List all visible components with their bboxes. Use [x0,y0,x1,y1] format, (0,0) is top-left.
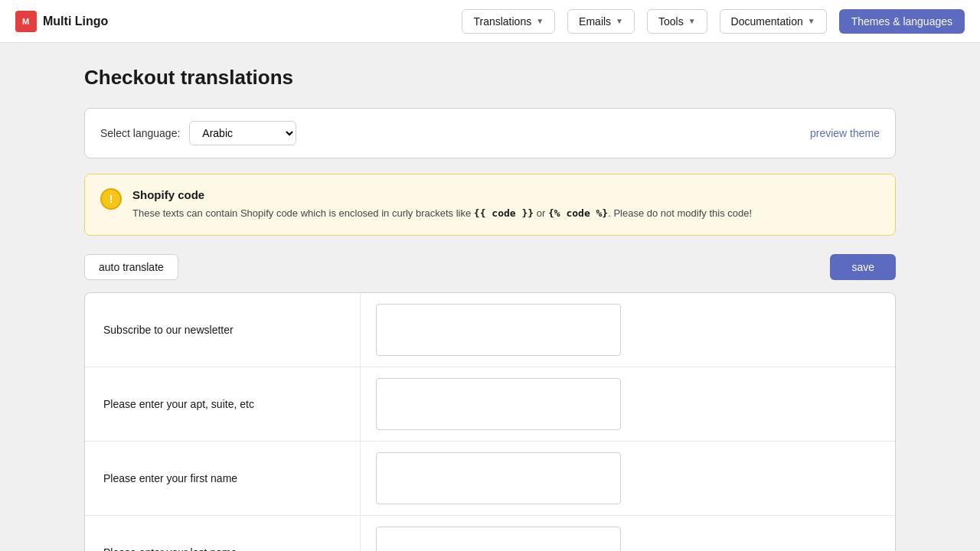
row-label: Please enter your last name [85,516,361,552]
info-description: These texts can contain Shopify code whi… [132,206,752,221]
page-title: Checkout translations [84,66,896,90]
themes-languages-button[interactable]: Themes & languages [839,9,965,34]
info-content: Shopify code These texts can contain Sho… [132,188,752,221]
app-logo-icon: M [15,11,37,32]
translation-input[interactable] [376,527,621,552]
row-label: Subscribe to our newsletter [85,293,361,367]
table-row: Please enter your first name [85,442,895,516]
preview-theme-link[interactable]: preview theme [810,127,880,139]
info-banner: ! Shopify code These texts can contain S… [84,174,896,236]
table-row: Please enter your last name [85,516,895,552]
language-row: Select language: Arabic French Spanish G… [84,108,896,158]
nav-tools-button[interactable]: Tools ▼ [647,9,707,34]
chevron-down-icon: ▼ [536,17,544,25]
info-icon: ! [100,188,122,210]
chevron-down-icon: ▼ [688,17,696,25]
save-button[interactable]: save [830,254,896,280]
row-input-cell [361,442,895,515]
auto-translate-button[interactable]: auto translate [84,254,178,280]
table-row: Please enter your apt, suite, etc [85,367,895,442]
info-title: Shopify code [132,188,752,201]
app-name: Multi Lingo [43,15,108,28]
translation-input[interactable] [376,378,621,430]
language-select[interactable]: Arabic French Spanish German [189,121,296,145]
row-label: Please enter your first name [85,442,361,515]
row-label: Please enter your apt, suite, etc [85,367,361,441]
main-content: Checkout translations Select language: A… [69,43,911,551]
chevron-down-icon: ▼ [616,17,623,25]
nav-translations-button[interactable]: Translations ▼ [462,9,555,34]
row-input-cell [361,293,895,367]
action-row: auto translate save [84,254,896,280]
row-input-cell [361,367,895,441]
chevron-down-icon: ▼ [808,17,815,25]
language-label: Select language: [100,127,180,139]
translation-table: Subscribe to our newsletterPlease enter … [84,292,896,552]
translation-input[interactable] [376,304,621,356]
language-label-group: Select language: Arabic French Spanish G… [100,121,296,145]
logo-area: M Multi Lingo [15,11,108,32]
nav-documentation-button[interactable]: Documentation ▼ [720,9,827,34]
table-row: Subscribe to our newsletter [85,293,895,367]
header: M Multi Lingo Translations ▼ Emails ▼ To… [0,0,980,43]
translation-input[interactable] [376,452,621,504]
svg-text:M: M [22,17,29,26]
row-input-cell [361,516,895,552]
nav-emails-button[interactable]: Emails ▼ [567,9,635,34]
